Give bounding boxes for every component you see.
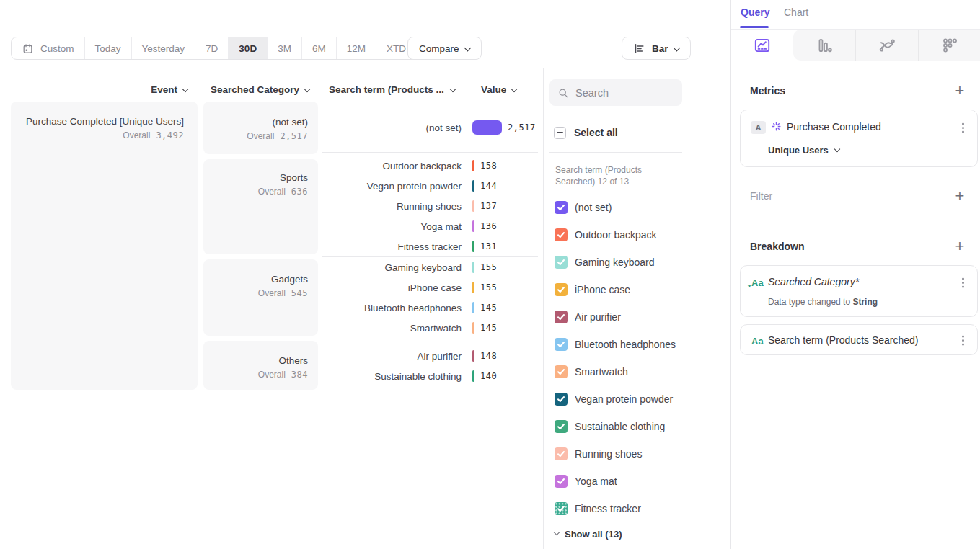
bar[interactable] bbox=[472, 302, 474, 313]
bar[interactable] bbox=[472, 322, 474, 334]
legend-item[interactable]: Gaming keyboard bbox=[555, 249, 655, 276]
checkbox-checked[interactable] bbox=[555, 338, 568, 351]
report-type-insights[interactable] bbox=[731, 30, 793, 61]
bar-row[interactable]: Air purifier 148 bbox=[322, 346, 539, 366]
add-metric-button[interactable]: + bbox=[950, 81, 970, 100]
bar-row[interactable]: Outdoor backpack 158 bbox=[322, 156, 539, 176]
checkbox-checked[interactable] bbox=[555, 502, 568, 515]
column-header-event[interactable]: Event bbox=[69, 84, 187, 95]
indeterminate-checkbox[interactable] bbox=[554, 127, 566, 139]
checkbox-checked[interactable] bbox=[555, 393, 568, 406]
active-tab-indicator bbox=[740, 26, 769, 28]
event-cell[interactable]: Purchase Completed [Unique Users] Overal… bbox=[11, 102, 198, 390]
legend-divider bbox=[543, 68, 544, 549]
legend-item[interactable]: Smartwatch bbox=[555, 358, 628, 385]
bar[interactable] bbox=[472, 262, 474, 273]
event-title: Purchase Completed [Unique Users] bbox=[11, 116, 184, 127]
breakdown-card[interactable]: Aa Search term (Products Searched) bbox=[740, 324, 978, 355]
bar-row[interactable]: Fitness tracker 131 bbox=[322, 236, 539, 256]
report-type-funnels[interactable] bbox=[793, 30, 855, 61]
bar-row[interactable]: Running shoes 137 bbox=[322, 196, 539, 216]
legend-item[interactable]: Bluetooth headphones bbox=[555, 331, 676, 358]
date-range-control: Custom Today Yesterday 7D 30D 3M 6M 12M … bbox=[11, 37, 428, 60]
compare-button[interactable]: Compare bbox=[407, 37, 482, 60]
category-cell-gadgets[interactable]: Gadgets Overall545 bbox=[203, 259, 318, 336]
bar-row[interactable]: Sustainable clothing 140 bbox=[322, 366, 539, 386]
bar-row[interactable]: Gaming keyboard 155 bbox=[322, 257, 539, 277]
checkbox-checked[interactable] bbox=[555, 365, 568, 378]
checkbox-checked[interactable] bbox=[555, 311, 568, 323]
date-preset-12m[interactable]: 12M bbox=[337, 37, 376, 59]
kebab-menu-icon[interactable] bbox=[955, 332, 970, 348]
event-overall: Overall3,492 bbox=[11, 130, 184, 140]
bar-row[interactable]: Vegan protein powder 144 bbox=[322, 176, 539, 196]
flows-icon bbox=[878, 36, 896, 55]
bar[interactable] bbox=[472, 200, 474, 212]
bar[interactable] bbox=[472, 180, 474, 192]
date-preset-6m[interactable]: 6M bbox=[302, 37, 337, 59]
bar[interactable] bbox=[472, 282, 474, 293]
bar[interactable] bbox=[472, 241, 474, 252]
kebab-menu-icon[interactable] bbox=[955, 274, 970, 290]
add-breakdown-button[interactable]: + bbox=[950, 237, 970, 256]
legend-item[interactable]: (not set) bbox=[555, 194, 612, 221]
bar[interactable] bbox=[472, 370, 474, 382]
select-all[interactable]: Select all bbox=[554, 124, 618, 141]
series-badge: A bbox=[751, 121, 766, 134]
column-header-searched-category[interactable]: Searched Category bbox=[211, 84, 309, 95]
legend-item[interactable]: Running shoes bbox=[555, 440, 642, 468]
report-type-retention[interactable] bbox=[918, 30, 980, 61]
checkbox-checked[interactable] bbox=[555, 283, 568, 296]
chevron-down-icon bbox=[304, 86, 310, 92]
checkbox-checked[interactable] bbox=[555, 447, 568, 460]
tab-query[interactable]: Query bbox=[741, 6, 769, 18]
legend-item[interactable]: Fitness tracker bbox=[555, 495, 641, 522]
date-preset-today[interactable]: Today bbox=[85, 37, 132, 59]
bar-row[interactable]: Yoga mat 136 bbox=[322, 216, 539, 236]
bar[interactable] bbox=[472, 220, 474, 232]
group-divider bbox=[322, 152, 538, 153]
legend-item[interactable]: Air purifier bbox=[555, 303, 621, 331]
tab-chart[interactable]: Chart bbox=[784, 6, 808, 18]
add-filter-button[interactable]: + bbox=[950, 187, 970, 205]
date-preset-3m[interactable]: 3M bbox=[268, 37, 302, 59]
checkbox-checked[interactable] bbox=[555, 256, 568, 269]
kebab-menu-icon[interactable] bbox=[955, 120, 970, 135]
aggregation-dropdown[interactable]: Unique Users bbox=[768, 145, 839, 156]
bar[interactable] bbox=[472, 350, 474, 362]
legend-item[interactable]: Sustainable clothing bbox=[555, 413, 665, 440]
breakdown-title: Searched Category* bbox=[768, 276, 859, 287]
breakdown-card[interactable]: Aa* Searched Category* Data type changed… bbox=[740, 265, 978, 317]
date-preset-30d[interactable]: 30D bbox=[229, 37, 268, 59]
checkbox-checked[interactable] bbox=[555, 475, 568, 488]
chevron-down-icon bbox=[464, 44, 471, 51]
bar-row[interactable]: iPhone case 155 bbox=[322, 277, 539, 298]
column-header-search-term[interactable]: Search term (Products ... bbox=[329, 84, 455, 95]
show-all-toggle[interactable]: Show all (13) bbox=[555, 524, 622, 544]
checkbox-checked[interactable] bbox=[555, 420, 568, 433]
legend-item[interactable]: Vegan protein powder bbox=[555, 385, 673, 413]
legend-search[interactable] bbox=[549, 79, 682, 106]
checkbox-checked[interactable] bbox=[555, 201, 568, 214]
bar-row[interactable]: (not set) 2,517 bbox=[322, 117, 539, 138]
bar[interactable] bbox=[472, 120, 502, 135]
category-cell-not-set[interactable]: (not set) Overall2,517 bbox=[203, 102, 318, 154]
metric-card[interactable]: A Purchase Completed Unique Users bbox=[740, 110, 978, 167]
date-preset-yesterday[interactable]: Yesterday bbox=[132, 37, 196, 59]
category-cell-sports[interactable]: Sports Overall636 bbox=[203, 159, 318, 254]
date-preset-custom[interactable]: Custom bbox=[12, 37, 85, 59]
bar[interactable] bbox=[472, 160, 474, 171]
bar-row[interactable]: Smartwatch 145 bbox=[322, 318, 539, 338]
legend-item[interactable]: Outdoor backpack bbox=[555, 221, 657, 249]
bar-row[interactable]: Bluetooth headphones 145 bbox=[322, 298, 539, 318]
column-header-value[interactable]: Value bbox=[481, 84, 516, 95]
chart-type-dropdown[interactable]: Bar bbox=[622, 37, 691, 60]
date-preset-7d[interactable]: 7D bbox=[195, 37, 229, 59]
category-cell-others[interactable]: Others Overall384 bbox=[203, 341, 318, 390]
checkbox-checked[interactable] bbox=[555, 228, 568, 241]
search-input[interactable] bbox=[575, 87, 669, 99]
legend-item[interactable]: iPhone case bbox=[555, 276, 630, 303]
report-type-flows[interactable] bbox=[855, 30, 918, 61]
legend-item[interactable]: Yoga mat bbox=[555, 468, 617, 495]
funnels-icon bbox=[815, 36, 834, 55]
